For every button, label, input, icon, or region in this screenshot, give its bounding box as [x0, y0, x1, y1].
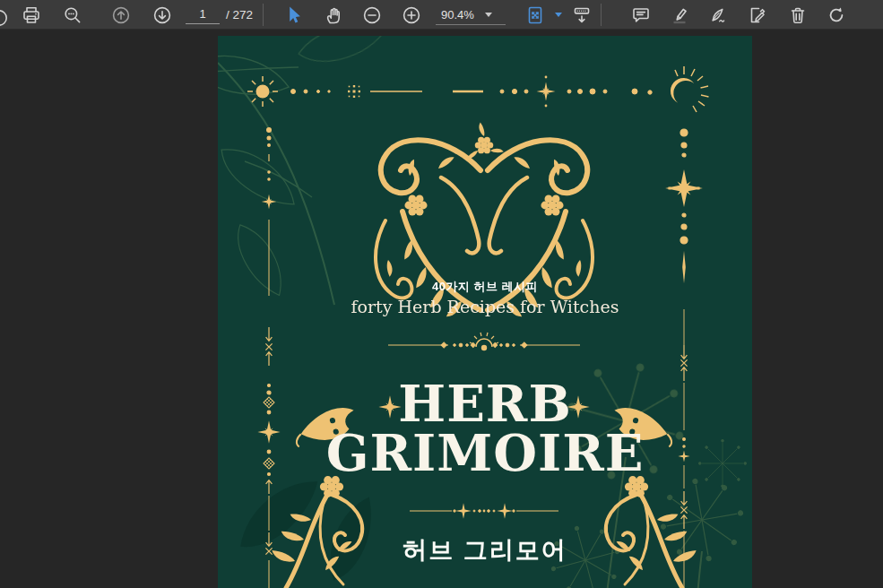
- cover-tagline-korean: 40가지 허브 레시피: [218, 279, 752, 295]
- celestial-band: [247, 66, 709, 112]
- toolbar-separator: [601, 4, 602, 26]
- sparkle-large-icon: [665, 169, 703, 207]
- sketch-leaves-top-left: [218, 36, 385, 305]
- moon-icon: [665, 66, 709, 112]
- fill-and-sign-button[interactable]: [703, 0, 733, 30]
- cover-title-korean: 허브 그리모어: [218, 534, 752, 566]
- page-total-label: / 272: [226, 0, 253, 30]
- comment-button[interactable]: [626, 0, 656, 30]
- sparkle-icon: [537, 76, 556, 108]
- highlight-button[interactable]: [664, 0, 695, 30]
- divider-sunrise: [388, 333, 580, 350]
- search-icon: [62, 4, 83, 26]
- delete-button[interactable]: [783, 0, 813, 30]
- highlighter-icon: [669, 4, 690, 26]
- cursor-arrow-icon: [282, 4, 304, 26]
- minus-circle-icon: [361, 4, 383, 26]
- fountain-pen-icon: [707, 4, 729, 26]
- arrow-up-circle-icon: [110, 4, 132, 26]
- page-edit-icon: [747, 4, 768, 26]
- arrow-down-circle-icon: [151, 4, 173, 26]
- zoom-in-button[interactable]: [396, 0, 427, 30]
- fit-page-button[interactable]: [523, 0, 548, 30]
- arch-center-palmette: [465, 122, 504, 159]
- pdf-page[interactable]: 40가지 허브 레시피 forty Herb Recipes for Witch…: [218, 36, 752, 588]
- rotate-icon: [826, 4, 847, 26]
- printer-icon: [21, 4, 42, 26]
- sun-icon: [247, 76, 278, 107]
- toolbar-separator: [263, 4, 264, 26]
- save-partial-icon: [0, 4, 15, 26]
- divider-sparkles: [410, 503, 558, 519]
- cover-title-line2: GRIMOIRE: [218, 428, 752, 478]
- hand-tool-button[interactable]: [318, 0, 349, 30]
- plus-circle-icon: [401, 4, 422, 26]
- fit-page-icon: [524, 4, 546, 26]
- rotate-page-button[interactable]: [821, 0, 852, 30]
- select-tool-button[interactable]: [278, 0, 308, 30]
- cover-tagline-english: forty Herb Recipes for Witches: [218, 297, 752, 316]
- comment-icon: [630, 4, 652, 26]
- hand-icon: [323, 4, 344, 26]
- edit-page-button[interactable]: [742, 0, 773, 30]
- zoom-value-label: 90.4%: [441, 8, 474, 22]
- dot-grid-ornament: [348, 85, 360, 98]
- fit-page-chevron-icon[interactable]: [555, 13, 562, 17]
- page-down-button[interactable]: [147, 0, 177, 30]
- print-button[interactable]: [16, 0, 47, 30]
- hide-toolbar-button[interactable]: [567, 0, 597, 30]
- page-up-button[interactable]: [106, 0, 136, 30]
- zoom-out-button[interactable]: [357, 0, 387, 30]
- zoom-level-dropdown[interactable]: 90.4%: [437, 0, 506, 30]
- pdf-toolbar: / 272 90.4%: [0, 0, 883, 30]
- zoom-field-underline: [436, 24, 506, 25]
- hide-toolbar-icon: [571, 4, 593, 26]
- sunrise-icon: [470, 333, 498, 350]
- trash-icon: [787, 4, 809, 26]
- page-number-input[interactable]: [186, 4, 220, 24]
- search-button[interactable]: [57, 0, 88, 30]
- cover-title-line1: HERB: [218, 378, 752, 428]
- chevron-down-icon: [485, 13, 492, 17]
